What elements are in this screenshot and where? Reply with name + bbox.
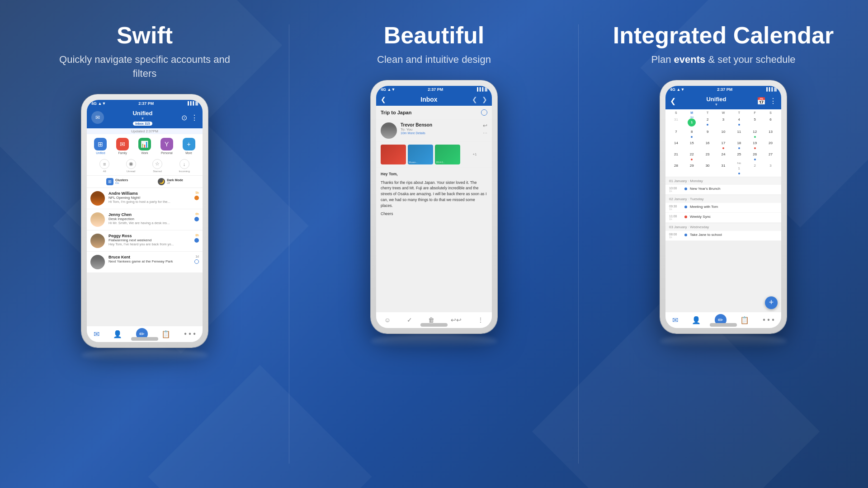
nav-more-icon-3[interactable]: • • • [763, 316, 774, 324]
darkmode-toggle[interactable]: 🌙 Dark Mode off [158, 178, 183, 185]
cal-day-6[interactable]: 6 [763, 115, 778, 127]
nav-contacts-icon-3[interactable]: 👤 [692, 316, 701, 324]
cal-day-14[interactable]: 14 [668, 139, 684, 150]
filter-incoming[interactable]: ↓ Incoming [179, 159, 189, 173]
email-item-2[interactable]: Jenny Chen Desk Inspection Hi Mr. Smith,… [87, 209, 203, 230]
cal-day-31-prev[interactable]: 31 [668, 115, 684, 127]
filter-unread[interactable]: ◉ Unread [126, 159, 136, 173]
cal-day-16[interactable]: 16 [700, 139, 716, 150]
event-name-3: Weekly Sync [690, 215, 711, 221]
cal-day-17[interactable]: 17 [716, 139, 731, 150]
cal-day-feb2[interactable]: 2 [747, 161, 763, 175]
tab-family[interactable]: ✉ Family [116, 138, 129, 155]
filter-starred[interactable]: ☆ Starred [152, 159, 162, 173]
cal-day-23[interactable]: 23 [700, 150, 716, 161]
email-nav: ❮ ❯ [472, 96, 487, 103]
phone-2: 4G ▲▼ 2:37 PM ▐▐▐ ▓ ❮ Inbox ❮ ❯ [371, 80, 497, 333]
tab-personal[interactable]: Y Personal [160, 138, 173, 155]
event-school[interactable]: 08:00 1h Take Jane to school [665, 231, 781, 241]
cal-day-7[interactable]: 7 [668, 127, 684, 138]
email-item-3[interactable]: Peggy Ross Flatwarming next weekend Hey … [87, 230, 203, 252]
panel-beautiful: Beautiful Clean and intuitive design 4G … [289, 0, 579, 488]
tab-work[interactable]: 📊 Work [138, 138, 151, 155]
dot-4 [194, 259, 199, 264]
filter-all[interactable]: ≡ All [99, 159, 109, 173]
nav-inbox-icon[interactable]: ✉ [94, 330, 99, 338]
cal-day-8[interactable]: 8 [684, 127, 700, 138]
event-sync[interactable]: 11:00 1h Weekly Sync [665, 213, 781, 223]
event-meeting[interactable]: 09:30 1h Meeting with Tom [665, 203, 781, 213]
email-star[interactable] [481, 109, 487, 116]
date-header-jan2: 02 January · Tuesday [665, 195, 781, 203]
cal-day-13[interactable]: 13 [763, 127, 778, 138]
cal-day-27[interactable]: 27 [763, 150, 778, 161]
clusters-toggle[interactable]: ⊞ Clusters On [106, 178, 128, 185]
fab-add-button[interactable]: + [765, 296, 778, 309]
sender-more-icon[interactable]: ⋯ [483, 131, 487, 136]
cal-day-1[interactable]: Jan 1 [684, 115, 700, 127]
cal-day-29[interactable]: 29 [684, 161, 700, 175]
cal-day-5[interactable]: 5 [747, 115, 763, 127]
more-icon[interactable]: ⋮ [191, 113, 198, 122]
email-item-1[interactable]: Andre Williams NFL Opening Night! Hi Tom… [87, 188, 203, 209]
cal-day-19[interactable]: 19 [747, 139, 763, 150]
cal-today-icon[interactable]: 📅 [757, 97, 766, 105]
prev-email-icon[interactable]: ❮ [472, 96, 477, 103]
cal-day-10[interactable]: 10 [716, 127, 731, 138]
nav-more-icon[interactable]: • • • [184, 330, 196, 338]
cal-day-feb1[interactable]: Feb 1 [731, 161, 747, 175]
nav-inbox-icon-3[interactable]: ✉ [672, 316, 678, 324]
events-bold: events [674, 54, 706, 65]
cal-day-9[interactable]: 9 [700, 127, 716, 138]
attachment-1[interactable] [381, 145, 406, 164]
tab-more[interactable]: + More [183, 138, 195, 155]
emoji-action-icon[interactable]: ☺ [384, 316, 391, 324]
nav-contacts-icon[interactable]: 👤 [113, 330, 122, 338]
inbox-title: Inbox [420, 96, 437, 103]
cal-day-20[interactable]: 20 [763, 139, 778, 150]
next-email-icon[interactable]: ❯ [482, 96, 487, 103]
cal-day-31[interactable]: 31 [716, 161, 731, 175]
more-action-icon[interactable]: ⋮ [477, 316, 484, 324]
cal-day-11[interactable]: 11 [731, 127, 747, 138]
cal-day-4[interactable]: 4 [731, 115, 747, 127]
cal-day-24[interactable]: 24 [716, 150, 731, 161]
cal-day-2[interactable]: 2 [700, 115, 716, 127]
status-time-2: 2:37 PM [428, 87, 443, 92]
cal-more-icon[interactable]: ⋮ [769, 97, 777, 105]
attachment-4[interactable]: +1 [462, 145, 487, 164]
status-time-3: 2:37 PM [717, 87, 732, 92]
more-details[interactable]: More Details [408, 131, 425, 135]
cal-day-28[interactable]: 28 [668, 161, 684, 175]
cal-day-feb3[interactable]: 3 [763, 161, 778, 175]
event-brunch[interactable]: 10:00 1h New Year's Brunch [665, 185, 781, 195]
attachment-3[interactable]: 2014-0... [435, 145, 460, 164]
nav-calendar-icon-3[interactable]: 📋 [740, 316, 749, 324]
check-action-icon[interactable]: ✓ [407, 316, 412, 324]
week-5: 28 29 30 31 Feb 1 2 3 [668, 161, 778, 175]
cal-day-22[interactable]: 22 [684, 150, 700, 161]
tab-unified[interactable]: ⊞ Unified [94, 138, 107, 155]
cal-day-15[interactable]: 15 [684, 139, 700, 150]
reply-icon[interactable]: ↩ [483, 122, 487, 129]
email-content-3: Peggy Ross Flatwarming next weekend Hey … [108, 234, 191, 246]
cal-day-26[interactable]: 26 [747, 150, 763, 161]
cal-day-25[interactable]: 25 [731, 150, 747, 161]
email-item-4[interactable]: Bruce Kent Next Yankees game at the Fenw… [87, 252, 203, 273]
cal-day-18[interactable]: 18 [731, 139, 747, 150]
cal-day-3[interactable]: 3 [716, 115, 731, 127]
attachments: Museo-... 2014-0... +1 [376, 142, 492, 168]
cal-back-icon[interactable]: ❮ [670, 97, 676, 105]
event-time-col-3: 11:00 1h [669, 215, 682, 221]
cal-day-30[interactable]: 30 [700, 161, 716, 175]
cal-day-12[interactable]: 12 [747, 127, 763, 138]
reply-action-icon[interactable]: ↩↩ [451, 316, 462, 324]
back-icon[interactable]: ❮ [381, 96, 386, 103]
unified-label: Unified [96, 151, 105, 155]
inbox-icon[interactable]: ✉ [91, 111, 104, 124]
signal-icon: ▐▐▐ [186, 101, 194, 105]
nav-calendar-icon[interactable]: 📋 [161, 330, 170, 338]
attachment-2[interactable]: Museo-... [408, 145, 433, 164]
cal-day-21[interactable]: 21 [668, 150, 684, 161]
archive-icon[interactable]: ⊙ [181, 113, 187, 122]
